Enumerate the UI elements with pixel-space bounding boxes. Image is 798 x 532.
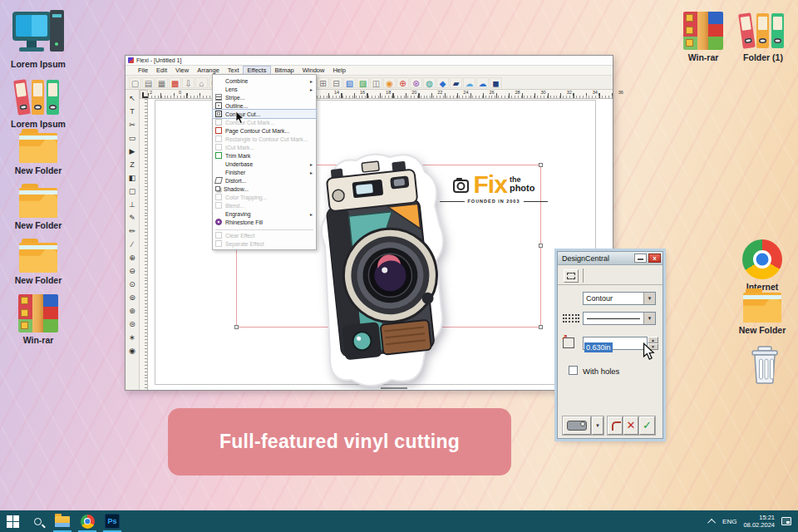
menubar-item[interactable]: Text	[224, 66, 244, 74]
with-holes-checkbox[interactable]	[569, 366, 578, 375]
toolbar-button[interactable]: ▤	[142, 77, 155, 88]
offset-spinner[interactable]: ▲ ▼	[648, 337, 658, 350]
search-button[interactable]	[25, 510, 50, 532]
toolbar-button[interactable]: ⊛	[410, 77, 422, 88]
toolbar-button[interactable]: ⊞	[317, 77, 329, 88]
tool-button[interactable]: ⊖	[126, 264, 138, 278]
effects-menu-item[interactable]: Separate Effect	[213, 239, 316, 248]
tool-button[interactable]: T	[126, 105, 138, 118]
tool-button[interactable]: ⊥	[126, 198, 138, 211]
effects-menu-item[interactable]: Trim Mark	[213, 151, 316, 160]
tool-button[interactable]: ✎	[126, 211, 138, 224]
desktop-icon-trash[interactable]	[733, 346, 796, 384]
effects-menu-item[interactable]: Color Trapping...	[213, 193, 316, 201]
menubar-item[interactable]: Arrange	[193, 66, 224, 74]
offset-input[interactable]: 0.630in	[583, 337, 648, 350]
effects-menu-item[interactable]: Outline...	[213, 101, 316, 110]
toolbar-button[interactable]: ◍	[423, 77, 436, 88]
minimize-button[interactable]	[634, 254, 647, 263]
effects-menu-item[interactable]: Rhinestone Fill	[213, 218, 316, 226]
line-style-dropdown[interactable]: ▼	[583, 312, 656, 325]
designcentral-titlebar[interactable]: DesignCentral x	[558, 252, 663, 265]
effects-menu-item[interactable]: Contour Cut Mark...	[213, 118, 316, 126]
tool-button[interactable]: ∕	[126, 238, 138, 251]
start-button[interactable]	[0, 510, 25, 532]
effects-menu-item[interactable]: Rectangle to Contour Cut Mark...	[213, 135, 316, 143]
effects-menu-item[interactable]: Distort...	[213, 176, 316, 185]
contour-tab[interactable]	[564, 269, 579, 283]
effects-menu-item[interactable]: Lens	[213, 85, 316, 93]
menubar-item[interactable]: Edit	[152, 66, 171, 74]
desktop-icon-binders[interactable]: Lorem Ipsum	[7, 78, 70, 129]
toolbar-button[interactable]: ▧	[343, 77, 356, 88]
desktop-icon-winrar[interactable]: Win-rar	[672, 12, 735, 62]
toolbar-button[interactable]: ⌂	[195, 77, 208, 88]
taskbar-chrome[interactable]	[75, 510, 100, 532]
desktop-icon-folder[interactable]: New Folder	[7, 188, 70, 230]
toolbar-button[interactable]: ▨	[357, 77, 369, 88]
language-indicator[interactable]: ENG	[722, 518, 736, 525]
toolbar-button[interactable]: ◆	[436, 77, 449, 88]
desktop-icon-folder[interactable]: New Folder	[731, 293, 794, 335]
selection-handle[interactable]	[234, 325, 239, 329]
menubar-item[interactable]: File	[134, 66, 152, 74]
desktop-icon-folder1[interactable]: Folder (1)	[732, 12, 795, 62]
toolbar-button[interactable]: ▢	[129, 77, 141, 88]
chevron-down-icon[interactable]: ▼	[643, 293, 655, 304]
effects-menu-item[interactable]: Clear Effect	[213, 231, 316, 239]
tool-button[interactable]: ⊛	[126, 304, 138, 318]
preview-style-button[interactable]	[563, 416, 591, 435]
toolbar-button[interactable]: ⊕	[397, 77, 409, 88]
effects-menu-item[interactable]: ICut Mark...	[213, 143, 316, 151]
corner-option-button[interactable]	[608, 416, 623, 435]
toolbar-button[interactable]: ⇩	[182, 77, 195, 88]
camera-sticker-artwork[interactable]	[292, 144, 462, 390]
tray-chevron-icon[interactable]	[707, 518, 716, 526]
close-button[interactable]: x	[648, 254, 661, 263]
toolbar-button[interactable]: ▰	[450, 77, 462, 88]
apply-button[interactable]: ✓	[639, 416, 655, 435]
tool-button[interactable]: ⊚	[126, 291, 138, 304]
desktop-icon-winrar[interactable]: Win-rar	[7, 294, 70, 345]
toolbar-button[interactable]: ☁	[463, 77, 475, 88]
effects-menu-item[interactable]: Finisher	[213, 168, 316, 176]
tool-button[interactable]: ▭	[126, 131, 138, 145]
desktop-icon-folder[interactable]: New Folder	[7, 243, 70, 285]
tool-button[interactable]: ⊕	[126, 251, 138, 264]
effects-menu-item[interactable]: Combine	[213, 76, 316, 85]
effects-menu-item[interactable]: Engraving	[213, 209, 316, 218]
menubar-item[interactable]: View	[171, 66, 193, 74]
toolbar-button[interactable]: ☁	[476, 77, 489, 88]
tool-button[interactable]: ▶	[126, 145, 138, 158]
toolbar-button[interactable]: ⊟	[330, 77, 342, 88]
chevron-down-icon[interactable]: ▼	[643, 313, 655, 324]
tool-button[interactable]: ∗	[126, 331, 138, 344]
tool-button[interactable]: ◉	[126, 344, 138, 357]
taskbar-photoshop[interactable]: Ps	[100, 510, 125, 532]
taskbar-explorer[interactable]	[50, 510, 75, 532]
effects-menu-item[interactable]: Shadow...	[213, 185, 316, 193]
effects-menu-item[interactable]: Underbase	[213, 160, 316, 168]
spinner-down-icon[interactable]: ▼	[648, 343, 658, 350]
effects-menu-item[interactable]: Stripe...	[213, 93, 316, 101]
style-dropdown-button[interactable]: ▼	[592, 416, 603, 435]
clock[interactable]: 15:21 08.02.2024	[743, 514, 775, 529]
effect-type-dropdown[interactable]: Contour ▼	[583, 292, 656, 305]
tool-button[interactable]: ↖	[126, 91, 138, 105]
toolbar-button[interactable]: ◫	[370, 77, 382, 88]
menubar-item[interactable]: Help	[328, 66, 349, 74]
effects-menu-item[interactable]: Blend...	[213, 201, 316, 209]
effects-menu-item[interactable]	[215, 227, 313, 230]
toolbar-button[interactable]: ▩	[169, 77, 181, 88]
tool-button[interactable]: ⊜	[126, 318, 138, 331]
selection-handle[interactable]	[539, 163, 543, 167]
toolbar-button[interactable]: ◉	[383, 77, 396, 88]
desktop-icon-internet[interactable]: Internet	[731, 239, 794, 292]
desktop-icon-folder[interactable]: New Folder	[7, 133, 70, 175]
cancel-button[interactable]: ✕	[623, 416, 638, 435]
tool-button[interactable]: ⊙	[126, 278, 138, 291]
tool-button[interactable]: Z	[126, 158, 138, 171]
menubar-item[interactable]: Effects	[244, 66, 271, 74]
tool-button[interactable]: ◧	[126, 171, 138, 185]
window-titlebar[interactable]: Flexi - [Untitled 1]	[126, 56, 613, 66]
